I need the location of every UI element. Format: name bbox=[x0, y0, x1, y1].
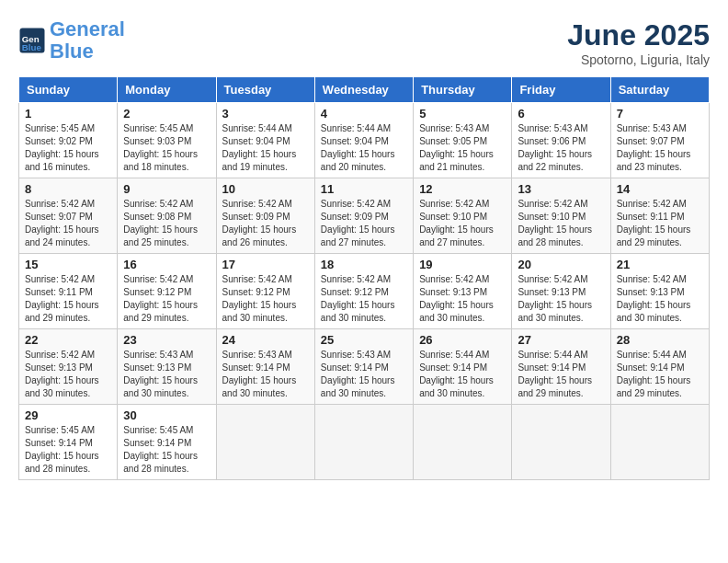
day-number: 1 bbox=[25, 107, 111, 121]
calendar-week-row: 29 Sunrise: 5:45 AMSunset: 9:14 PMDaylig… bbox=[19, 405, 710, 480]
day-info: Sunrise: 5:43 AMSunset: 9:06 PMDaylight:… bbox=[518, 122, 604, 174]
calendar-day-cell: 15 Sunrise: 5:42 AMSunset: 9:11 PMDaylig… bbox=[19, 254, 118, 329]
day-info: Sunrise: 5:45 AMSunset: 9:03 PMDaylight:… bbox=[123, 122, 210, 174]
day-number: 15 bbox=[25, 258, 111, 271]
logo: Gen Blue GeneralBlue bbox=[18, 18, 125, 63]
day-number: 6 bbox=[518, 107, 604, 121]
calendar-day-cell: 22 Sunrise: 5:42 AMSunset: 9:13 PMDaylig… bbox=[19, 329, 118, 405]
day-info: Sunrise: 5:45 AMSunset: 9:14 PMDaylight:… bbox=[123, 424, 210, 476]
calendar-header-row: SundayMondayTuesdayWednesdayThursdayFrid… bbox=[19, 77, 710, 103]
calendar-day-cell: 11 Sunrise: 5:42 AMSunset: 9:09 PMDaylig… bbox=[314, 178, 413, 254]
day-number: 13 bbox=[518, 182, 604, 196]
day-info: Sunrise: 5:42 AMSunset: 9:13 PMDaylight:… bbox=[617, 273, 703, 325]
day-number: 3 bbox=[222, 107, 309, 121]
day-info: Sunrise: 5:44 AMSunset: 9:04 PMDaylight:… bbox=[222, 122, 309, 174]
calendar-week-row: 15 Sunrise: 5:42 AMSunset: 9:11 PMDaylig… bbox=[19, 254, 710, 329]
day-info: Sunrise: 5:43 AMSunset: 9:13 PMDaylight:… bbox=[123, 349, 210, 400]
day-number: 22 bbox=[25, 333, 111, 347]
day-info: Sunrise: 5:43 AMSunset: 9:14 PMDaylight:… bbox=[222, 349, 309, 400]
day-number: 9 bbox=[123, 182, 210, 196]
calendar-day-cell: 29 Sunrise: 5:45 AMSunset: 9:14 PMDaylig… bbox=[19, 405, 118, 480]
calendar-day-cell: 10 Sunrise: 5:42 AMSunset: 9:09 PMDaylig… bbox=[216, 178, 314, 254]
day-info: Sunrise: 5:43 AMSunset: 9:05 PMDaylight:… bbox=[419, 122, 506, 174]
day-info: Sunrise: 5:42 AMSunset: 9:07 PMDaylight:… bbox=[25, 198, 111, 249]
calendar-day-cell: 16 Sunrise: 5:42 AMSunset: 9:12 PMDaylig… bbox=[118, 254, 216, 329]
svg-text:Blue: Blue bbox=[22, 42, 42, 52]
day-info: Sunrise: 5:42 AMSunset: 9:10 PMDaylight:… bbox=[518, 198, 604, 249]
day-number: 16 bbox=[123, 258, 210, 271]
day-info: Sunrise: 5:42 AMSunset: 9:13 PMDaylight:… bbox=[25, 349, 111, 400]
day-of-week-header: Friday bbox=[512, 77, 610, 103]
calendar-day-cell: 9 Sunrise: 5:42 AMSunset: 9:08 PMDayligh… bbox=[118, 178, 216, 254]
day-number: 23 bbox=[123, 333, 210, 347]
calendar-day-cell: 27 Sunrise: 5:44 AMSunset: 9:14 PMDaylig… bbox=[512, 329, 610, 405]
page-header: Gen Blue GeneralBlue June 2025 Spotorno,… bbox=[18, 18, 710, 67]
day-info: Sunrise: 5:42 AMSunset: 9:12 PMDaylight:… bbox=[321, 273, 407, 325]
calendar-day-cell: 28 Sunrise: 5:44 AMSunset: 9:14 PMDaylig… bbox=[610, 329, 709, 405]
day-info: Sunrise: 5:42 AMSunset: 9:09 PMDaylight:… bbox=[321, 198, 407, 249]
calendar-day-cell: 7 Sunrise: 5:43 AMSunset: 9:07 PMDayligh… bbox=[610, 103, 709, 178]
calendar-day-cell: 12 Sunrise: 5:42 AMSunset: 9:10 PMDaylig… bbox=[414, 178, 512, 254]
day-number: 20 bbox=[518, 258, 604, 271]
day-info: Sunrise: 5:45 AMSunset: 9:02 PMDaylight:… bbox=[25, 122, 111, 174]
calendar-day-cell: 24 Sunrise: 5:43 AMSunset: 9:14 PMDaylig… bbox=[216, 329, 314, 405]
day-number: 28 bbox=[617, 333, 703, 347]
day-number: 18 bbox=[321, 258, 407, 271]
calendar-day-cell: 1 Sunrise: 5:45 AMSunset: 9:02 PMDayligh… bbox=[19, 103, 118, 178]
day-number: 25 bbox=[321, 333, 407, 347]
day-info: Sunrise: 5:43 AMSunset: 9:14 PMDaylight:… bbox=[321, 349, 407, 400]
day-number: 2 bbox=[123, 107, 210, 121]
day-of-week-header: Thursday bbox=[414, 77, 512, 103]
location-subtitle: Spotorno, Liguria, Italy bbox=[567, 52, 710, 67]
day-number: 30 bbox=[123, 408, 210, 422]
day-info: Sunrise: 5:42 AMSunset: 9:12 PMDaylight:… bbox=[123, 273, 210, 325]
day-info: Sunrise: 5:42 AMSunset: 9:13 PMDaylight:… bbox=[419, 273, 506, 325]
day-info: Sunrise: 5:45 AMSunset: 9:14 PMDaylight:… bbox=[25, 424, 111, 476]
day-info: Sunrise: 5:42 AMSunset: 9:11 PMDaylight:… bbox=[617, 198, 703, 249]
calendar-day-cell: 13 Sunrise: 5:42 AMSunset: 9:10 PMDaylig… bbox=[512, 178, 610, 254]
calendar-day-cell bbox=[512, 405, 610, 480]
day-of-week-header: Tuesday bbox=[216, 77, 314, 103]
day-info: Sunrise: 5:42 AMSunset: 9:13 PMDaylight:… bbox=[518, 273, 604, 325]
calendar-day-cell: 30 Sunrise: 5:45 AMSunset: 9:14 PMDaylig… bbox=[118, 405, 216, 480]
day-number: 11 bbox=[321, 182, 407, 196]
day-of-week-header: Monday bbox=[118, 77, 216, 103]
calendar-week-row: 22 Sunrise: 5:42 AMSunset: 9:13 PMDaylig… bbox=[19, 329, 710, 405]
logo-icon: Gen Blue bbox=[18, 27, 46, 54]
day-info: Sunrise: 5:44 AMSunset: 9:14 PMDaylight:… bbox=[419, 349, 506, 400]
calendar-day-cell: 8 Sunrise: 5:42 AMSunset: 9:07 PMDayligh… bbox=[19, 178, 118, 254]
day-number: 19 bbox=[419, 258, 506, 271]
day-number: 26 bbox=[419, 333, 506, 347]
title-block: June 2025 Spotorno, Liguria, Italy bbox=[567, 18, 710, 67]
day-number: 21 bbox=[617, 258, 703, 271]
calendar-day-cell: 25 Sunrise: 5:43 AMSunset: 9:14 PMDaylig… bbox=[314, 329, 413, 405]
calendar-day-cell: 26 Sunrise: 5:44 AMSunset: 9:14 PMDaylig… bbox=[414, 329, 512, 405]
day-of-week-header: Sunday bbox=[19, 77, 118, 103]
calendar-day-cell: 3 Sunrise: 5:44 AMSunset: 9:04 PMDayligh… bbox=[216, 103, 314, 178]
calendar-day-cell: 4 Sunrise: 5:44 AMSunset: 9:04 PMDayligh… bbox=[314, 103, 413, 178]
day-info: Sunrise: 5:42 AMSunset: 9:11 PMDaylight:… bbox=[25, 273, 111, 325]
calendar-day-cell: 5 Sunrise: 5:43 AMSunset: 9:05 PMDayligh… bbox=[414, 103, 512, 178]
calendar-day-cell bbox=[610, 405, 709, 480]
day-number: 14 bbox=[617, 182, 703, 196]
calendar-day-cell: 2 Sunrise: 5:45 AMSunset: 9:03 PMDayligh… bbox=[118, 103, 216, 178]
calendar-table: SundayMondayTuesdayWednesdayThursdayFrid… bbox=[18, 76, 710, 480]
day-number: 4 bbox=[321, 107, 407, 121]
day-of-week-header: Saturday bbox=[610, 77, 709, 103]
day-info: Sunrise: 5:42 AMSunset: 9:10 PMDaylight:… bbox=[419, 198, 506, 249]
day-info: Sunrise: 5:42 AMSunset: 9:08 PMDaylight:… bbox=[123, 198, 210, 249]
calendar-week-row: 1 Sunrise: 5:45 AMSunset: 9:02 PMDayligh… bbox=[19, 103, 710, 178]
calendar-day-cell bbox=[216, 405, 314, 480]
calendar-day-cell: 19 Sunrise: 5:42 AMSunset: 9:13 PMDaylig… bbox=[414, 254, 512, 329]
logo-text: GeneralBlue bbox=[50, 18, 125, 63]
day-number: 17 bbox=[222, 258, 309, 271]
day-number: 12 bbox=[419, 182, 506, 196]
day-number: 27 bbox=[518, 333, 604, 347]
day-number: 24 bbox=[222, 333, 309, 347]
calendar-day-cell: 6 Sunrise: 5:43 AMSunset: 9:06 PMDayligh… bbox=[512, 103, 610, 178]
month-title: June 2025 bbox=[567, 18, 710, 52]
calendar-day-cell: 20 Sunrise: 5:42 AMSunset: 9:13 PMDaylig… bbox=[512, 254, 610, 329]
day-info: Sunrise: 5:44 AMSunset: 9:14 PMDaylight:… bbox=[518, 349, 604, 400]
calendar-day-cell: 14 Sunrise: 5:42 AMSunset: 9:11 PMDaylig… bbox=[610, 178, 709, 254]
day-of-week-header: Wednesday bbox=[314, 77, 413, 103]
